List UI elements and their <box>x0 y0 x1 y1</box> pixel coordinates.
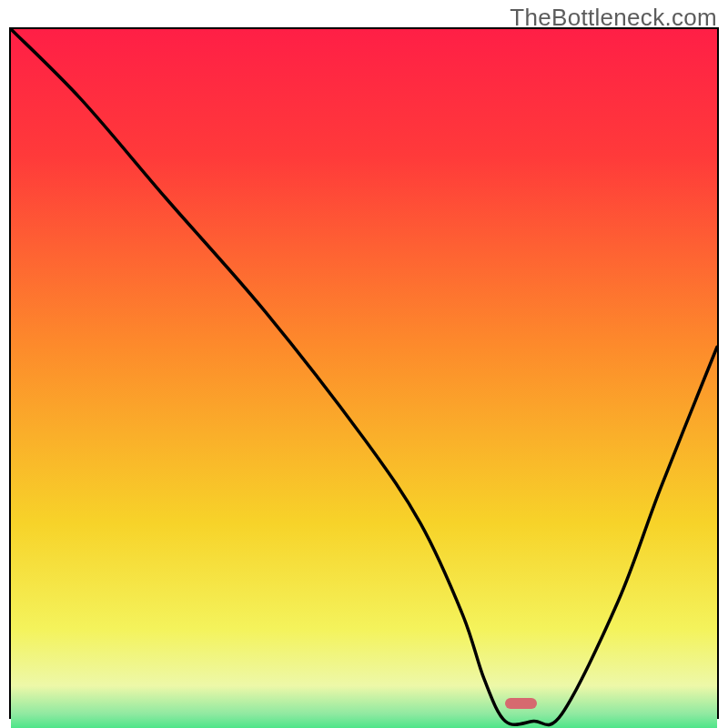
plot-area <box>11 29 717 717</box>
plot-frame <box>9 27 719 719</box>
bottleneck-curve <box>11 29 717 728</box>
chart-stage: TheBottleneck.com <box>0 0 728 728</box>
optimal-point-marker <box>505 698 537 709</box>
